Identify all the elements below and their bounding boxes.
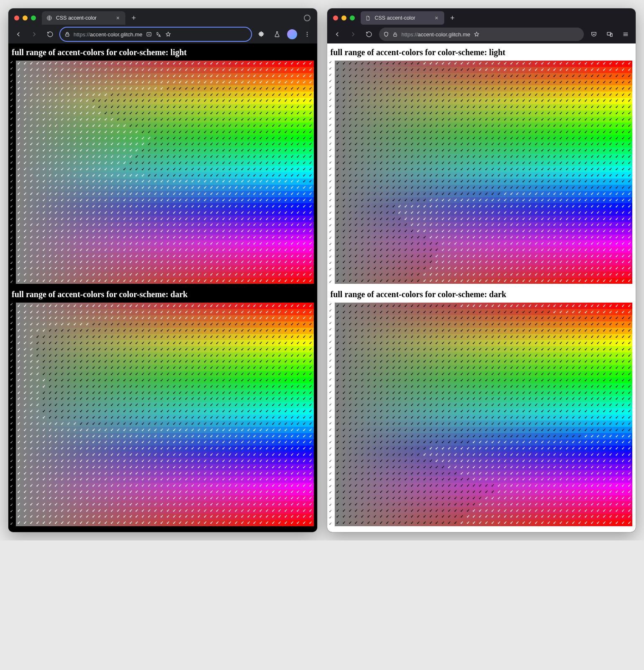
accent-swatch: ✓ <box>158 501 165 507</box>
accent-swatch: ✓ <box>78 309 84 315</box>
profile-avatar[interactable] <box>287 29 297 39</box>
accent-swatch: ✓ <box>341 446 347 452</box>
close-window-button[interactable] <box>14 15 19 20</box>
translate-icon[interactable] <box>155 31 162 38</box>
accent-swatch: ✓ <box>47 346 53 352</box>
accent-swatch: ✓ <box>613 328 620 334</box>
accent-swatch: ✓ <box>202 420 208 427</box>
address-bar[interactable]: https://accent-color.glitch.me <box>60 28 251 41</box>
accent-swatch: ✓ <box>171 197 177 204</box>
accent-swatch: ✓ <box>221 433 227 439</box>
responsive-icon[interactable] <box>604 28 616 40</box>
accent-swatch: ✓ <box>514 352 521 359</box>
browser-tab[interactable]: CSS accent-color × <box>42 11 125 25</box>
accent-swatch: ✓ <box>620 209 626 216</box>
accent-swatch: ✓ <box>270 501 277 507</box>
accent-swatch: ✓ <box>97 135 103 141</box>
accent-swatch: ✓ <box>72 315 78 321</box>
browser-tab[interactable]: CSS accent-color × <box>361 11 444 25</box>
zoom-window-button[interactable] <box>350 15 355 20</box>
accent-swatch: ✓ <box>552 501 558 507</box>
accent-swatch: ✓ <box>158 234 165 241</box>
reload-button[interactable] <box>363 28 375 40</box>
accent-swatch: ✓ <box>570 185 577 191</box>
accent-swatch: ✓ <box>347 346 353 352</box>
accent-swatch: ✓ <box>283 427 289 433</box>
accent-swatch: ✓ <box>626 321 632 328</box>
minimize-window-button[interactable] <box>23 15 28 20</box>
accent-swatch: ✓ <box>558 371 564 377</box>
accent-swatch: ✓ <box>502 154 508 160</box>
accent-swatch: ✓ <box>490 197 496 204</box>
accent-swatch: ✓ <box>53 92 59 98</box>
accent-swatch: ✓ <box>366 166 372 172</box>
bookmark-icon[interactable] <box>165 31 171 38</box>
accent-swatch: ✓ <box>190 489 196 495</box>
accent-swatch: ✓ <box>527 79 533 86</box>
accent-swatch: ✓ <box>214 234 221 241</box>
back-button[interactable] <box>13 28 24 40</box>
labs-button[interactable] <box>271 28 283 40</box>
accent-swatch: ✓ <box>134 259 140 265</box>
accent-swatch: ✓ <box>53 122 59 129</box>
accent-swatch: ✓ <box>301 172 308 178</box>
back-button[interactable] <box>331 28 343 40</box>
accent-swatch: ✓ <box>289 476 295 483</box>
extensions-button[interactable] <box>255 28 267 40</box>
accent-swatch: ✓ <box>121 470 127 476</box>
new-tab-button[interactable]: + <box>128 12 140 24</box>
bookmark-icon[interactable] <box>473 31 480 38</box>
zoom-window-button[interactable] <box>31 15 36 20</box>
accent-swatch: ✓ <box>146 377 153 384</box>
minimize-window-button[interactable] <box>341 15 346 20</box>
accent-swatch: ✓ <box>270 390 277 396</box>
accent-swatch: ✓ <box>109 110 115 117</box>
accent-swatch: ✓ <box>583 303 589 309</box>
new-tab-button[interactable]: + <box>447 12 458 24</box>
hamburger-menu-button[interactable] <box>620 28 631 40</box>
accent-swatch: ✓ <box>90 197 97 204</box>
accent-swatch: ✓ <box>16 476 22 483</box>
accent-swatch: ✓ <box>359 278 366 284</box>
address-bar[interactable]: https://accent-color.glitch.me <box>379 28 584 41</box>
accent-swatch: ✓ <box>16 240 22 247</box>
accent-swatch: ✓ <box>564 514 570 520</box>
install-icon[interactable] <box>146 31 152 38</box>
kebab-menu-button[interactable] <box>301 28 313 40</box>
accent-swatch: ✓ <box>16 228 22 234</box>
forward-button[interactable] <box>28 28 40 40</box>
accent-swatch: ✓ <box>353 433 359 439</box>
accent-swatch: ✓ <box>397 365 403 371</box>
accent-swatch: ✓ <box>545 141 552 148</box>
accent-swatch: ✓ <box>446 85 453 92</box>
accent-swatch: ✓ <box>409 67 415 73</box>
accent-swatch: ✓ <box>626 216 632 222</box>
accent-swatch: ✓ <box>158 328 165 334</box>
accent-swatch: ✓ <box>514 507 521 514</box>
accent-swatch: ✓ <box>97 501 103 507</box>
close-window-button[interactable] <box>333 15 338 20</box>
accent-swatch: ✓ <box>227 253 233 259</box>
accent-swatch: ✓ <box>121 458 127 464</box>
accent-swatch: ✓ <box>341 98 347 104</box>
accent-swatch: ✓ <box>527 309 533 315</box>
forward-button[interactable] <box>347 28 359 40</box>
accent-swatch: ✓ <box>158 383 165 390</box>
accent-swatch: ✓ <box>90 427 97 433</box>
pocket-button[interactable] <box>588 28 600 40</box>
close-tab-button[interactable]: × <box>115 15 121 21</box>
accent-swatch: ✓ <box>527 446 533 452</box>
accent-swatch: ✓ <box>589 371 595 377</box>
accent-swatch: ✓ <box>440 420 446 427</box>
reload-button[interactable] <box>44 28 56 40</box>
close-tab-button[interactable]: × <box>433 15 440 21</box>
accent-swatch: ✓ <box>341 197 347 204</box>
accent-swatch: ✓ <box>545 415 552 421</box>
accent-swatch: ✓ <box>59 415 66 421</box>
shield-icon[interactable] <box>383 31 389 37</box>
accent-swatch: ✓ <box>570 265 577 272</box>
accent-swatch: ✓ <box>477 346 484 352</box>
accent-swatch: ✓ <box>270 228 277 234</box>
accent-swatch: ✓ <box>415 129 421 135</box>
accent-swatch: ✓ <box>521 98 527 104</box>
